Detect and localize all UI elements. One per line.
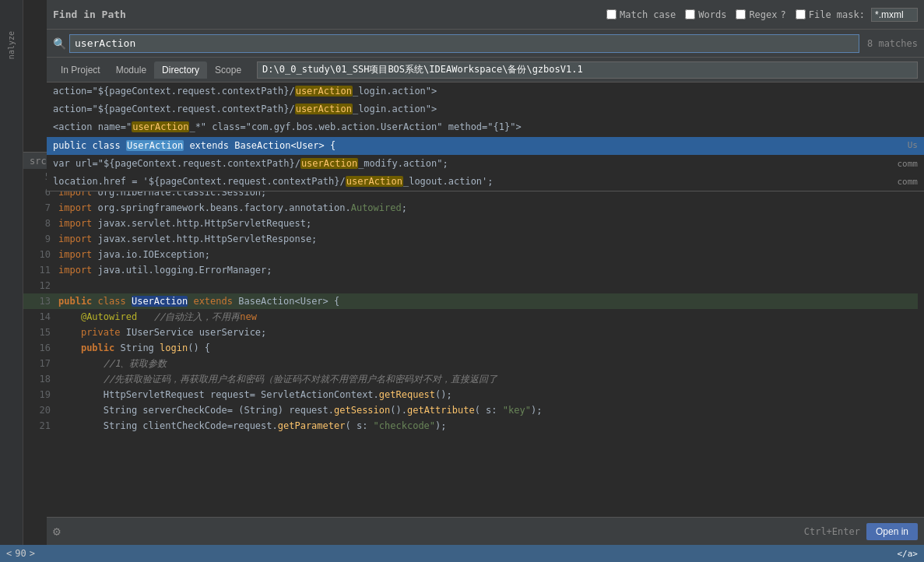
- line-content: import java.util.logging.ErrorManager;: [58, 262, 918, 278]
- match-case-checkbox[interactable]: [606, 9, 617, 19]
- code-line-11: 11 import java.util.logging.ErrorManager…: [23, 262, 918, 278]
- left-gutter: nalyze: [0, 0, 23, 562]
- code-line-18: 18 //先获取验证码，再获取用户名和密码（验证码不对就不用管用户名和密码对不对…: [23, 371, 918, 387]
- code-line-13-highlighted: 13 public class UserAction extends BaseA…: [23, 293, 918, 309]
- regex-option[interactable]: Regex ?: [736, 9, 785, 20]
- code-line-21: 21 String clientCheckCode=request.getPar…: [23, 418, 918, 434]
- find-header: Find in Path Match case Words Regex ?: [47, 0, 924, 30]
- words-option[interactable]: Words: [685, 9, 726, 20]
- line-number: 10: [23, 247, 58, 262]
- match-case-label: Match case: [620, 9, 676, 20]
- find-options: Match case Words Regex ? File mask:: [606, 8, 918, 22]
- code-line-7: 7 import org.springframework.beans.facto…: [23, 200, 918, 216]
- code-line-9: 9 import javax.servlet.http.HttpServletR…: [23, 231, 918, 247]
- file-mask-checkbox[interactable]: [796, 9, 806, 19]
- code-editor: 5 import org.apache.struts2.ServletActio…: [23, 169, 918, 496]
- search-input[interactable]: [69, 34, 859, 53]
- file-mask-input[interactable]: [871, 8, 918, 22]
- result-text: location.href = '${pageContext.request.c…: [53, 174, 494, 189]
- result-text: action="${pageContext.request.contextPat…: [53, 102, 437, 117]
- open-in-button[interactable]: Open in: [866, 523, 918, 540]
- line-content: import org.springframework.beans.factory…: [58, 200, 918, 216]
- code-line-14: 14 @Autowired //自动注入，不用再new: [23, 309, 918, 325]
- tab-module[interactable]: Module: [108, 61, 154, 79]
- code-line-19: 19 HttpServletRequest request= ServletAc…: [23, 387, 918, 402]
- code-lines: 5 import org.apache.struts2.ServletActio…: [23, 169, 918, 434]
- bottom-right: Ctrl+Enter Open in: [804, 523, 918, 540]
- tabs-row: In Project Module Directory Scope: [47, 58, 924, 83]
- line-content: [58, 278, 918, 293]
- gutter-analyze-label: nalyze: [7, 31, 16, 59]
- directory-path-input[interactable]: [257, 61, 918, 79]
- line-content: import javax.servlet.http.HttpServletRes…: [58, 231, 918, 247]
- result-row[interactable]: action="${pageContext.request.contextPat…: [47, 83, 924, 100]
- status-right: </a>: [898, 549, 919, 559]
- status-bar: < 90 > </a>: [0, 545, 924, 562]
- regex-help-icon[interactable]: ?: [781, 9, 786, 20]
- line-number: 12: [23, 278, 58, 293]
- line-number: 18: [23, 371, 58, 387]
- file-mask-section: File mask:: [796, 8, 918, 22]
- status-position: 90: [15, 548, 26, 559]
- result-text: var url="${pageContext.request.contextPa…: [53, 156, 448, 171]
- line-content: private IUserService userService;: [58, 325, 918, 340]
- regex-checkbox[interactable]: [736, 9, 746, 19]
- line-number: 11: [23, 262, 58, 278]
- line-content: String serverCheckCode= (String) request…: [58, 402, 918, 418]
- code-line-16: 16 public String login() {: [23, 340, 918, 356]
- line-number: 20: [23, 402, 58, 418]
- line-number: 7: [23, 200, 58, 216]
- code-line-12: 12: [23, 278, 918, 293]
- line-content: //先获取验证码，再获取用户名和密码（验证码不对就不用管用户名和密码对不对，直接…: [58, 371, 918, 387]
- search-input-wrap: [69, 34, 859, 53]
- result-file-ref: comm: [890, 157, 919, 171]
- line-number: 21: [23, 418, 58, 434]
- nav-left-icon[interactable]: <: [6, 548, 12, 559]
- code-line-10: 10 import java.io.IOException;: [23, 247, 918, 262]
- match-case-option[interactable]: Match case: [606, 9, 676, 20]
- line-content: @Autowired //自动注入，不用再new: [58, 309, 918, 325]
- tab-scope[interactable]: Scope: [207, 61, 249, 79]
- status-tag: </a>: [898, 549, 919, 559]
- search-icon: 🔍: [53, 37, 66, 50]
- line-content: import javax.servlet.http.HttpServletReq…: [58, 216, 918, 231]
- nav-right-icon[interactable]: >: [30, 548, 35, 559]
- words-label: Words: [698, 9, 726, 20]
- regex-label: Regex: [749, 9, 777, 20]
- line-number: 16: [23, 340, 58, 356]
- result-row[interactable]: action="${pageContext.request.contextPat…: [47, 100, 924, 118]
- tab-in-project[interactable]: In Project: [53, 61, 108, 79]
- line-number: 14: [23, 309, 58, 325]
- result-row-selected[interactable]: public class UserAction extends BaseActi…: [47, 137, 924, 155]
- result-file-ref: comm: [890, 175, 919, 189]
- result-text: <action name="userAction_*" class="com.g…: [53, 120, 522, 135]
- code-line-8: 8 import javax.servlet.http.HttpServletR…: [23, 216, 918, 231]
- find-in-path-dialog: Find in Path Match case Words Regex ?: [47, 0, 924, 191]
- results-area[interactable]: action="${pageContext.request.contextPat…: [47, 83, 924, 191]
- line-content: import java.io.IOException;: [58, 247, 918, 262]
- result-text: public class UserAction extends BaseActi…: [53, 139, 336, 153]
- bottom-bar: ⚙ Ctrl+Enter Open in: [47, 517, 924, 545]
- result-row[interactable]: <action name="userAction_*" class="com.g…: [47, 118, 924, 136]
- code-line-17: 17 //1、获取参数: [23, 356, 918, 371]
- result-row[interactable]: location.href = '${pageContext.request.c…: [47, 173, 924, 191]
- line-number: 17: [23, 356, 58, 371]
- match-count: 8 matches: [867, 38, 918, 49]
- search-row: 🔍 8 matches: [47, 30, 924, 58]
- nav-arrows: < 90 >: [6, 548, 35, 559]
- line-content: public String login() {: [58, 340, 918, 356]
- result-text: action="${pageContext.request.contextPat…: [53, 84, 437, 99]
- line-number: 8: [23, 216, 58, 231]
- words-checkbox[interactable]: [685, 9, 695, 19]
- result-row[interactable]: var url="${pageContext.request.contextPa…: [47, 155, 924, 173]
- code-line-20: 20 String serverCheckCode= (String) requ…: [23, 402, 918, 418]
- shortcut-label: Ctrl+Enter: [804, 526, 860, 537]
- settings-gear-icon[interactable]: ⚙: [53, 524, 61, 539]
- line-content: HttpServletRequest request= ServletActio…: [58, 387, 918, 402]
- line-content: //1、获取参数: [58, 356, 918, 371]
- code-line-15: 15 private IUserService userService;: [23, 325, 918, 340]
- tab-directory[interactable]: Directory: [154, 61, 207, 79]
- line-number: 13: [23, 293, 58, 309]
- line-number: 15: [23, 325, 58, 340]
- line-content: String clientCheckCode=request.getParame…: [58, 418, 918, 434]
